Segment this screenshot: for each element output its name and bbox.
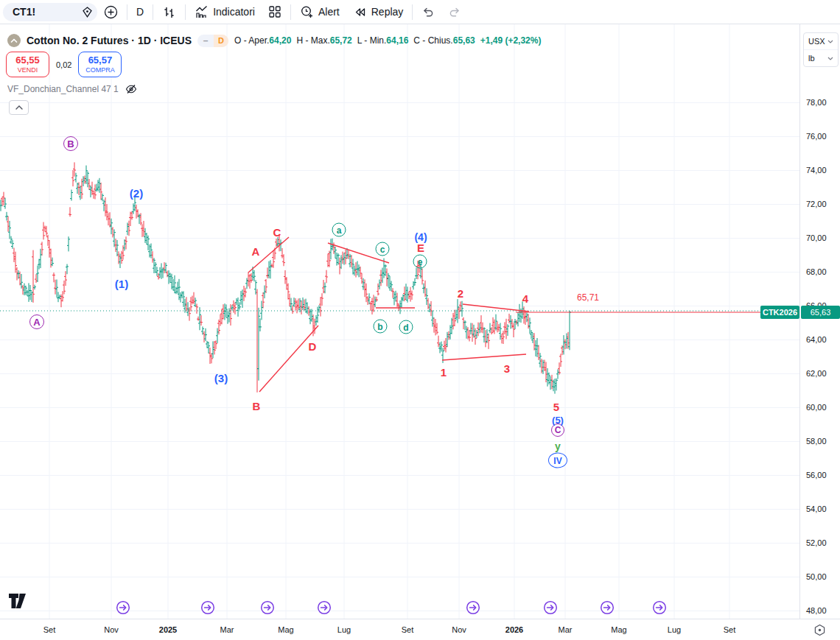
wave-label-3[interactable]: (3) (214, 373, 228, 384)
wave-label-a[interactable]: A (29, 314, 44, 329)
wave-label-5[interactable]: 5 (553, 401, 559, 412)
contract-rollover-marker[interactable] (260, 600, 275, 615)
replay-button[interactable]: Replay (346, 2, 410, 21)
chevron-down-icon (827, 57, 833, 60)
supercharts-diamond-icon (81, 6, 94, 18)
wave-label-b[interactable]: b (374, 320, 388, 334)
wave-label-c[interactable]: C (273, 227, 281, 238)
indicator-name[interactable]: VF_Donchian_Channel 47 1 (7, 84, 119, 94)
redo-button[interactable] (441, 2, 468, 21)
wave-label-5[interactable]: (5) (552, 415, 564, 425)
unit-dropdown[interactable]: lb (804, 49, 838, 66)
symbol-search-button[interactable]: CT1! (3, 3, 97, 21)
price-tick-label: 50,00 (806, 572, 827, 581)
undo-button[interactable] (415, 2, 441, 21)
sell-button[interactable]: 65,55 VENDI (6, 52, 49, 77)
wave-label-e[interactable]: e (413, 255, 427, 269)
close-value: 65,63 (453, 35, 475, 46)
wave-label-iv[interactable]: IV (548, 453, 567, 468)
wave-label-1[interactable]: (1) (115, 278, 128, 289)
symbol-text: CT1! (13, 6, 35, 18)
symbol-legend[interactable]: Cotton No. 2 Futures · 1D · ICEUS – D O … (7, 34, 541, 47)
open-label: O - Aper. (234, 35, 269, 46)
change-value: +1,49 (+2,32%) (480, 35, 542, 46)
contract-rollover-marker[interactable] (200, 600, 215, 615)
minus-icon: – (197, 35, 214, 47)
symbol-title[interactable]: Cotton No. 2 Futures · 1D · ICEUS (27, 35, 192, 46)
currency-dropdown[interactable]: USX (804, 33, 838, 49)
price-tick-label: 78,00 (806, 98, 827, 107)
compare-add-button[interactable] (97, 2, 125, 21)
contract-rollover-marker[interactable] (466, 600, 480, 615)
redo-arrow-icon (448, 5, 461, 18)
contract-label: CTK2026 (760, 306, 799, 319)
price-tick-label: 54,00 (806, 504, 827, 513)
alert-label: Alert (318, 6, 340, 18)
layout-button[interactable] (262, 2, 288, 21)
collapse-pane-button[interactable] (9, 100, 29, 115)
chevron-up-icon (15, 105, 23, 110)
interval-pill[interactable]: – D (197, 35, 228, 47)
price-tick-label: 76,00 (806, 132, 827, 141)
wave-label-2[interactable]: 2 (458, 288, 463, 299)
indicator-row[interactable]: VF_Donchian_Channel 47 1 (7, 83, 137, 95)
time-tick-month: Mag (611, 625, 626, 634)
sell-price: 65,55 (15, 55, 40, 66)
price-tick-label: 64,00 (806, 335, 827, 344)
price-axis[interactable]: USX lb 78,0076,0074,0072,0070,0068,0066,… (799, 24, 840, 619)
current-price-tag: 65,63 (801, 306, 840, 319)
wave-label-6571[interactable]: 65,71 (577, 293, 599, 302)
contract-rollover-marker[interactable] (543, 600, 558, 615)
time-axis[interactable]: SetNov2025MarMagLugSetNov2026MarMagLugSe… (0, 619, 799, 640)
alert-button[interactable]: Alert (293, 2, 346, 21)
interval-label: D (136, 6, 144, 18)
contract-rollover-marker[interactable] (600, 600, 615, 615)
axis-settings-corner[interactable] (799, 619, 840, 640)
toolbar-separator (412, 4, 413, 20)
ohlc-bars-icon (162, 5, 176, 19)
ohlc-values: O - Aper.64,20 H - Max.65,72 L - Min.64,… (234, 35, 541, 46)
chart-plot-area[interactable] (0, 24, 799, 619)
tradingview-chart-app: CT1! D Indicatori (0, 0, 840, 640)
replay-icon (353, 5, 367, 19)
wave-label-y[interactable]: y (555, 441, 561, 451)
price-tick-label: 56,00 (806, 471, 827, 479)
wave-label-3[interactable]: 3 (504, 363, 510, 374)
trade-panel: 65,55 VENDI 0,02 65,57 COMPRA (6, 52, 122, 77)
chart-type-button[interactable] (155, 2, 183, 21)
interval-button[interactable]: D (130, 2, 150, 21)
indicators-button[interactable]: Indicatori (188, 2, 262, 21)
close-label: C - Chius. (413, 35, 452, 46)
wave-label-b[interactable]: B (63, 136, 78, 151)
toolbar-separator (185, 4, 186, 20)
buy-label: COMPRA (85, 66, 115, 74)
wave-label-a[interactable]: A (252, 246, 260, 257)
contract-rollover-marker[interactable] (317, 600, 332, 615)
wave-label-2[interactable]: (2) (130, 188, 143, 199)
currency-label: USX (808, 37, 825, 46)
wave-label-c[interactable]: c (376, 242, 390, 256)
wave-label-a[interactable]: a (332, 223, 346, 237)
plus-circle-icon (104, 5, 118, 19)
interval-badge: D (214, 35, 228, 47)
wave-label-d[interactable]: D (309, 341, 317, 352)
wave-label-e[interactable]: E (417, 242, 424, 253)
time-tick-month: Nov (104, 625, 119, 634)
wave-label-c[interactable]: C (551, 423, 564, 437)
time-tick-month: Nov (452, 625, 466, 634)
contract-rollover-marker[interactable] (652, 600, 667, 615)
wave-label-d[interactable]: d (399, 320, 413, 334)
wave-label-4[interactable]: 4 (522, 293, 528, 304)
top-toolbar: CT1! D Indicatori (0, 0, 840, 24)
eye-off-icon[interactable] (125, 83, 137, 95)
wave-label-1[interactable]: 1 (441, 367, 447, 378)
layout-grid-icon (268, 5, 281, 18)
time-tick-month: Set (724, 625, 736, 634)
buy-button[interactable]: 65,57 COMPRA (78, 52, 122, 77)
spread-value: 0,02 (56, 60, 71, 69)
contract-rollover-marker[interactable] (116, 600, 130, 615)
time-tick-month: Mag (278, 625, 293, 634)
wave-label-b[interactable]: B (253, 401, 261, 412)
tradingview-logo[interactable] (9, 594, 29, 611)
chevron-down-icon (827, 40, 833, 43)
